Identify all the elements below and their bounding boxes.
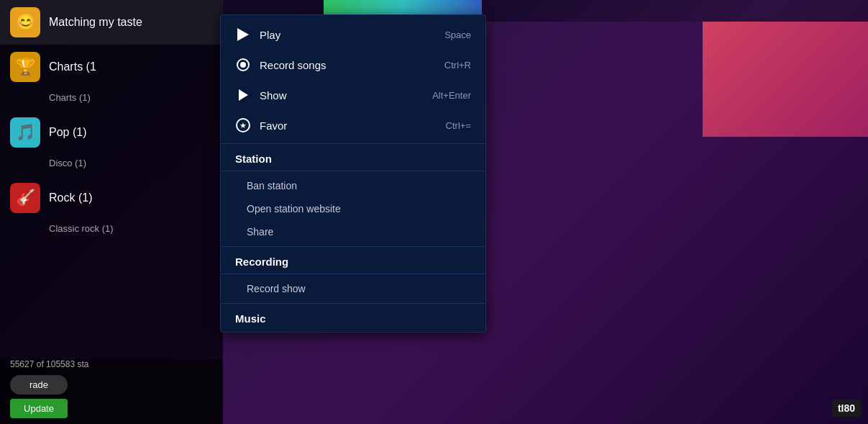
share-label: Share	[247, 226, 273, 238]
pop-sublabel: Disco (1)	[0, 155, 223, 176]
sidebar: 😊 Matching my taste 🏆 Charts (1 Charts (…	[0, 0, 223, 424]
sidebar-label-matching: Matching my taste	[49, 16, 142, 29]
record-songs-icon	[235, 57, 251, 73]
sidebar-item-matching[interactable]: 😊 Matching my taste	[0, 0, 223, 45]
open-station-website-label: Open station website	[247, 203, 341, 215]
sidebar-item-rock[interactable]: 🎸 Rock (1)	[0, 176, 223, 220]
update-button[interactable]: Update	[10, 399, 68, 418]
show-shortcut: Alt+Enter	[432, 90, 471, 101]
sidebar-item-pop[interactable]: 🎵 Pop (1)	[0, 110, 223, 155]
separator-station	[221, 143, 485, 144]
sidebar-label-charts: Charts (1	[49, 60, 96, 73]
pop-icon: 🎵	[10, 117, 40, 148]
separator-recording	[221, 246, 485, 247]
favor-icon	[235, 117, 251, 133]
separator-music	[221, 303, 485, 304]
menu-item-play[interactable]: Play Space	[221, 19, 485, 50]
sidebar-label-rock: Rock (1)	[49, 191, 92, 204]
charts-sublabel: Charts (1)	[0, 89, 223, 110]
menu-item-open-station-website[interactable]: Open station website	[221, 197, 485, 220]
favor-shortcut: Ctrl+=	[446, 120, 471, 131]
record-show-label: Record show	[247, 283, 306, 294]
menu-item-record-songs[interactable]: Record songs Ctrl+R	[221, 50, 485, 80]
section-header-station: Station	[221, 147, 485, 168]
record-songs-label: Record songs	[260, 59, 326, 71]
show-label: Show	[260, 89, 287, 102]
play-label: Play	[260, 29, 280, 41]
play-shortcut: Space	[444, 30, 471, 40]
show-icon	[235, 87, 251, 103]
separator-station-top	[221, 171, 485, 171]
status-text: 55627 of 105583 sta	[10, 359, 213, 369]
record-songs-shortcut: Ctrl+R	[444, 60, 471, 71]
menu-item-record-show[interactable]: Record show	[221, 277, 485, 300]
rock-sublabel: Classic rock (1)	[0, 220, 223, 241]
ban-station-label: Ban station	[247, 180, 297, 191]
sidebar-label-pop: Pop (1)	[49, 126, 86, 139]
menu-item-favor[interactable]: Favor Ctrl+=	[221, 110, 485, 140]
ti80-logo: tI80	[832, 400, 861, 417]
bottom-bar: 55627 of 105583 sta rade Update	[0, 359, 223, 424]
section-header-recording: Recording	[221, 250, 485, 271]
charts-icon: 🏆	[10, 52, 40, 82]
rock-icon: 🎸	[10, 183, 40, 213]
sidebar-item-charts[interactable]: 🏆 Charts (1	[0, 45, 223, 89]
menu-item-show[interactable]: Show Alt+Enter	[221, 80, 485, 110]
menu-item-ban-station[interactable]: Ban station	[221, 174, 485, 197]
play-icon	[235, 27, 251, 42]
context-menu: Play Space Record songs Ctrl+R Show Alt+…	[220, 14, 486, 333]
main-highlight-box	[703, 22, 868, 137]
upgrade-button[interactable]: rade	[10, 375, 68, 394]
favor-label: Favor	[260, 119, 287, 132]
separator-recording-top	[221, 274, 485, 274]
menu-item-share[interactable]: Share	[221, 220, 485, 243]
section-header-music: Music	[221, 307, 485, 328]
matching-icon: 😊	[10, 7, 40, 37]
